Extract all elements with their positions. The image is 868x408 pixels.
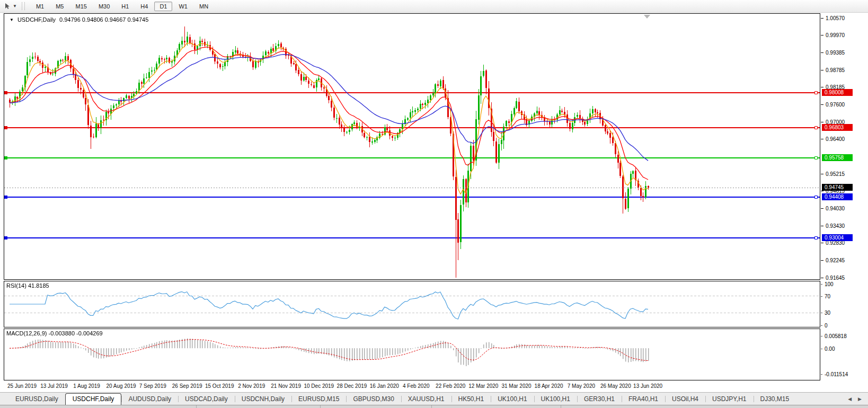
date-tick-label: 26 May 2020	[600, 383, 631, 389]
status-strip	[0, 405, 868, 408]
level-price-badge: 0.95758	[822, 154, 853, 161]
rsi-tick-label: 70	[821, 293, 830, 299]
date-tick-label: 13 Jun 2020	[633, 383, 662, 389]
date-tick-label: 31 Mar 2020	[501, 383, 531, 389]
macd-pane[interactable]: MACD(12,26,9) -0.003880 -0.004269	[4, 329, 820, 380]
timeframe-buttons: M1M5M15M30H1H4D1W1MN	[30, 2, 214, 11]
price-tick-label: 0.99385	[821, 49, 845, 56]
price-tick-label: 0.94030	[821, 205, 845, 211]
timeframe-toolbar: ▼ M1M5M15M30H1H4D1W1MN	[0, 0, 868, 13]
price-tick-label: 0.95215	[821, 171, 845, 177]
current-price-badge: 0.94745	[822, 184, 853, 191]
tab-usdcnh-daily[interactable]: USDCNH,Daily	[235, 394, 291, 405]
macd-tick-label: 0.005818	[821, 333, 847, 339]
rsi-indicator-label: RSI(14) 41.8185	[6, 282, 49, 289]
date-tick-label: 16 Jan 2020	[370, 383, 399, 389]
timeframe-button-m30[interactable]: M30	[93, 2, 115, 11]
toolbar-grip[interactable]	[22, 2, 25, 10]
rsi-tick-label: 100	[821, 281, 834, 287]
chart-tab-bar: EURUSD,DailyUSDCHF,DailyAUDUSD,DailyUSDC…	[0, 392, 868, 405]
tab-usdjpy-h1[interactable]: USDJPY,H1	[705, 394, 753, 405]
chart-shift-marker-icon[interactable]	[644, 15, 650, 19]
price-tick-label: 0.97600	[821, 101, 845, 108]
chart-window: ▼ USDCHF,Daily 0.94796 0.94806 0.94667 0…	[0, 13, 868, 392]
level-price-badge: 0.98008	[822, 89, 853, 96]
level-price-badge: 0.94408	[822, 193, 853, 200]
cursor-tool-icon[interactable]	[3, 2, 12, 11]
date-tick-label: 20 Aug 2019	[106, 383, 136, 389]
date-tick-label: 13 Jul 2019	[40, 383, 68, 389]
macd-chart-canvas[interactable]	[4, 329, 820, 380]
tab-scroll-left-icon[interactable]: ◀	[848, 396, 852, 402]
tab-fra40-h1[interactable]: FRA40,H1	[622, 394, 665, 405]
price-tick-label: 0.96400	[821, 136, 845, 143]
macd-tick-label: -0.011514	[821, 371, 848, 377]
chart-ohlc-values: 0.94796 0.94806 0.94667 0.94745	[59, 16, 148, 23]
timeframe-button-d1[interactable]: D1	[154, 2, 172, 11]
price-tick-label: 0.98785	[821, 67, 845, 73]
price-pane[interactable]: ▼ USDCHF,Daily 0.94796 0.94806 0.94667 0…	[4, 13, 820, 280]
date-tick-label: 25 Jun 2019	[7, 383, 37, 389]
time-axis[interactable]: 25 Jun 201913 Jul 20191 Aug 201920 Aug 2…	[4, 382, 820, 392]
chart-dropdown-icon[interactable]: ▼	[10, 17, 14, 22]
timeframe-button-w1[interactable]: W1	[173, 2, 193, 11]
timeframe-button-mn[interactable]: MN	[194, 2, 214, 11]
tab-dj30-m15[interactable]: DJ30,M15	[754, 394, 796, 405]
rsi-chart-canvas[interactable]	[4, 281, 820, 327]
tab-scroll-right-icon[interactable]: ▶	[858, 396, 862, 402]
tab-usoil-h4[interactable]: USOil,H4	[665, 394, 705, 405]
chart-header: ▼ USDCHF,Daily 0.94796 0.94806 0.94667 0…	[10, 16, 148, 23]
tab-eurusd-m15[interactable]: EURUSD,M15	[291, 394, 346, 405]
chart-symbol-label: USDCHF,Daily	[17, 16, 56, 23]
rsi-tick-label: 30	[821, 310, 830, 316]
tab-eurusd-daily[interactable]: EURUSD,Daily	[8, 394, 65, 405]
date-tick-label: 4 Feb 2020	[403, 383, 430, 389]
chevron-down-icon[interactable]: ▼	[13, 4, 17, 8]
tab-ger30-h1[interactable]: GER30,H1	[577, 394, 622, 405]
tab-scroll-arrows: ◀▶	[848, 396, 862, 402]
price-tick-label: 1.00570	[821, 15, 845, 21]
date-tick-label: 21 Nov 2019	[271, 383, 301, 389]
date-tick-label: 2 Nov 2019	[238, 383, 265, 389]
macd-tick-label: 0.00	[821, 345, 835, 352]
date-tick-label: 12 Mar 2020	[468, 383, 498, 389]
status-strip-separator	[196, 405, 197, 408]
date-tick-label: 7 May 2020	[568, 383, 595, 389]
price-tick-label: 0.93430	[821, 223, 845, 229]
date-tick-label: 28 Dec 2019	[337, 383, 367, 389]
price-tick-label: 0.91645	[821, 274, 845, 281]
date-tick-label: 1 Aug 2019	[73, 383, 100, 389]
macd-indicator-label: MACD(12,26,9) -0.003880 -0.004269	[6, 330, 103, 336]
candlestick-chart-canvas[interactable]	[4, 14, 820, 279]
timeframe-button-h1[interactable]: H1	[116, 2, 134, 11]
tab-usdcad-daily[interactable]: USDCAD,Daily	[178, 394, 235, 405]
status-strip-separator	[320, 405, 321, 408]
rsi-tick-label: 0	[821, 322, 828, 329]
tab-uk100-h1[interactable]: UK100,H1	[491, 394, 534, 405]
timeframe-button-m15[interactable]: M15	[70, 2, 92, 11]
rsi-pane[interactable]: RSI(14) 41.8185	[4, 281, 820, 327]
date-tick-label: 10 Dec 2019	[304, 383, 334, 389]
tab-audusd-daily[interactable]: AUDUSD,Daily	[121, 394, 178, 405]
tab-xauusd-h1[interactable]: XAUUSD,H1	[401, 394, 451, 405]
price-tick-label: 0.92245	[821, 257, 845, 263]
price-axis[interactable]: 1.005700.999700.993850.987850.981850.976…	[821, 13, 868, 392]
level-price-badge: 0.96803	[822, 124, 853, 131]
tab-usdchf-daily[interactable]: USDCHF,Daily	[65, 393, 122, 405]
level-price-badge: 0.93004	[822, 234, 853, 241]
date-tick-label: 15 Oct 2019	[205, 383, 234, 389]
tab-gbpusd-m30[interactable]: GBPUSD,M30	[346, 394, 401, 405]
date-tick-label: 26 Sep 2019	[172, 383, 202, 389]
date-tick-label: 22 Feb 2020	[436, 383, 465, 389]
timeframe-button-m1[interactable]: M1	[31, 2, 49, 11]
timeframe-button-h4[interactable]: H4	[135, 2, 153, 11]
tab-hk50-h1[interactable]: HK50,H1	[451, 394, 491, 405]
date-tick-label: 18 Apr 2020	[535, 383, 563, 389]
tab-uk100-h1[interactable]: UK100,H1	[534, 394, 577, 405]
price-tick-label: 0.99970	[821, 32, 845, 39]
date-tick-label: 7 Sep 2019	[139, 383, 166, 389]
status-strip-separator	[561, 405, 561, 408]
timeframe-button-m5[interactable]: M5	[50, 2, 69, 11]
status-strip-separator	[431, 405, 432, 408]
